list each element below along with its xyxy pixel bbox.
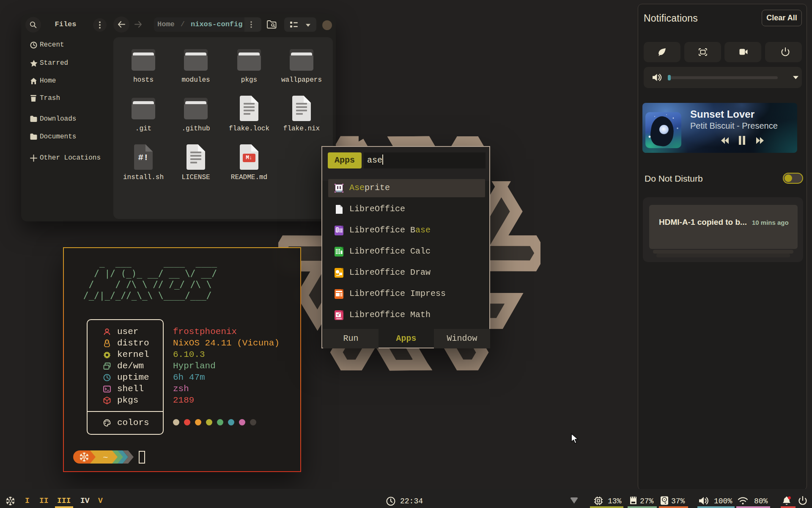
svg-text:~: ~ [103, 453, 108, 463]
